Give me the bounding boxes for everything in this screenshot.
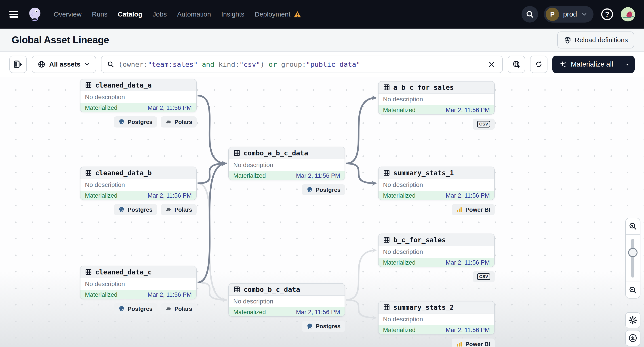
asset-kind-tag-postgres[interactable]: Postgres — [114, 116, 157, 127]
asset-scope-dropdown[interactable]: All assets — [32, 56, 96, 73]
asset-name: cleaned_data_c — [95, 268, 152, 276]
asset-name: a_b_c_for_sales — [393, 83, 454, 91]
materialize-all-label: Materialize all — [571, 60, 613, 68]
asset-description: No description — [378, 246, 494, 258]
new-asset-selection-button[interactable] — [508, 56, 525, 73]
deployment-switcher[interactable]: P prod — [544, 6, 594, 22]
tag-label: Postgres — [128, 306, 152, 312]
asset-kind-tag-postgres[interactable]: Postgres — [114, 303, 157, 315]
asset-node-summary_stats_2[interactable]: summary_stats_2No descriptionMaterialize… — [378, 301, 495, 335]
hamburger-menu-icon[interactable] — [10, 11, 18, 18]
graph-settings-button[interactable] — [625, 312, 640, 328]
zoom-slider-thumb[interactable] — [628, 248, 638, 257]
deployment-name: prod — [563, 10, 577, 18]
query-token: "public_data" — [306, 60, 360, 68]
nav-item-insights[interactable]: Insights — [221, 10, 244, 18]
asset-kind-tag-csv[interactable]: CSV — [472, 119, 495, 130]
asset-status: Materialized — [383, 259, 416, 266]
asset-node-cleaned_data_a[interactable]: cleaned_data_aNo descriptionMaterialized… — [80, 79, 197, 112]
nav-item-runs[interactable]: Runs — [92, 10, 108, 18]
zoom-out-button[interactable] — [626, 282, 640, 298]
asset-header: combo_b_c_data — [229, 284, 344, 296]
tag-label: Postgres — [128, 206, 152, 213]
asset-node-summary_stats_1[interactable]: summary_stats_1No descriptionMaterialize… — [378, 167, 495, 200]
download-view-button[interactable] — [625, 330, 640, 346]
asset-tags: Power BI — [378, 339, 495, 347]
asset-kind-tag-polars[interactable]: Polars — [161, 204, 197, 215]
asset-kind-tag-postgres[interactable]: Postgres — [114, 204, 157, 215]
materialize-all-button[interactable]: Materialize all — [552, 56, 620, 73]
help-icon[interactable]: ? — [599, 6, 615, 22]
dagster-logo-icon[interactable] — [27, 7, 42, 22]
table-icon — [383, 84, 390, 91]
zoom-in-button[interactable] — [626, 218, 640, 235]
asset-node-a_b_c_for_sales[interactable]: a_b_c_for_salesNo descriptionMaterialize… — [378, 81, 495, 115]
query-token: "team:sales" — [148, 60, 198, 68]
refresh-button[interactable] — [530, 56, 548, 73]
asset-kind-tag-power-bi[interactable]: Power BI — [452, 204, 495, 215]
asset-materialized-time: Mar 2, 11:56 PM — [148, 192, 192, 199]
open-left-panel-button[interactable] — [10, 56, 27, 73]
asset-kind-tag-polars[interactable]: Polars — [161, 303, 197, 315]
asset-kind-tag-csv[interactable]: CSV — [472, 271, 495, 282]
postgres-icon — [118, 306, 125, 312]
asset-node-cleaned_data_c[interactable]: cleaned_data_cNo descriptionMaterialized… — [80, 266, 197, 299]
asset-status: Materialized — [383, 107, 416, 114]
lineage-edge-combo_b_c_data-to-summary_stats_2 — [346, 300, 376, 318]
query-token: group: — [281, 60, 306, 68]
nav-item-label: Automation — [177, 10, 211, 18]
zoom-slider-track — [631, 239, 634, 278]
asset-kind-tag-postgres[interactable]: Postgres — [302, 184, 345, 195]
asset-header: a_b_c_for_sales — [378, 81, 494, 94]
reload-definitions-button[interactable]: Reload definitions — [557, 31, 634, 48]
polars-bear-icon — [165, 206, 172, 213]
materialize-options-button[interactable] — [620, 56, 634, 73]
nav-item-automation[interactable]: Automation — [177, 10, 211, 18]
asset-footer: MaterializedMar 2, 11:56 PM — [378, 105, 494, 115]
asset-status: Materialized — [233, 309, 266, 316]
postgres-icon — [118, 119, 125, 125]
nav-item-catalog[interactable]: Catalog — [118, 10, 142, 18]
asset-description: No description — [80, 179, 196, 191]
asset-node-cleaned_data_b[interactable]: cleaned_data_bNo descriptionMaterialized… — [80, 167, 197, 200]
lineage-toolbar: All assets (owner:"team:sales" and kind:… — [0, 52, 644, 77]
asset-materialized-time: Mar 2, 11:56 PM — [296, 172, 340, 179]
user-avatar[interactable] — [621, 7, 635, 21]
lineage-graph-canvas[interactable]: cleaned_data_aNo descriptionMaterialized… — [0, 77, 644, 347]
zoom-slider[interactable] — [626, 235, 640, 282]
asset-kind-tag-postgres[interactable]: Postgres — [302, 321, 345, 332]
tag-label: Polars — [174, 306, 192, 312]
gear-icon — [628, 316, 638, 325]
asset-tags: Postgres — [228, 321, 345, 332]
clear-search-button[interactable] — [485, 58, 498, 70]
asset-search-input[interactable]: (owner:"team:sales" and kind:"csv") or g… — [101, 56, 503, 73]
asset-description: No description — [80, 278, 196, 290]
asset-kind-tag-power-bi[interactable]: Power BI — [452, 339, 495, 347]
query-token: ) — [260, 60, 264, 68]
nav-item-overview[interactable]: Overview — [54, 10, 82, 18]
asset-status: Materialized — [85, 192, 118, 199]
query-token: (owner: — [118, 60, 148, 68]
search-query-text: (owner:"team:sales" and kind:"csv") or g… — [118, 60, 481, 68]
asset-materialized-time: Mar 2, 11:56 PM — [446, 107, 490, 114]
asset-tags: Power BI — [378, 204, 495, 215]
reload-definitions-label: Reload definitions — [575, 36, 628, 44]
warning-icon — [294, 10, 301, 18]
asset-tags: CSV — [378, 119, 495, 130]
asset-node-combo_a_b_c_data[interactable]: combo_a_b_c_dataNo descriptionMaterializ… — [228, 147, 345, 180]
asset-node-combo_b_c_data[interactable]: combo_b_c_dataNo descriptionMaterialized… — [228, 283, 345, 317]
postgres-icon — [306, 323, 313, 330]
asset-kind-tag-polars[interactable]: Polars — [161, 116, 197, 127]
asset-materialized-time: Mar 2, 11:56 PM — [296, 309, 340, 316]
asset-header: summary_stats_1 — [378, 167, 494, 179]
postgres-icon — [118, 206, 125, 213]
table-icon — [85, 81, 92, 89]
asset-name: combo_b_c_data — [244, 286, 300, 293]
asset-name: cleaned_data_a — [95, 81, 152, 89]
asset-node-b_c_for_sales[interactable]: b_c_for_salesNo descriptionMaterializedM… — [378, 234, 495, 267]
nav-item-deployment[interactable]: Deployment — [255, 10, 301, 18]
search-icon[interactable] — [522, 6, 538, 22]
nav-item-jobs[interactable]: Jobs — [152, 10, 167, 18]
globe-icon — [38, 60, 46, 68]
table-icon — [383, 304, 390, 311]
